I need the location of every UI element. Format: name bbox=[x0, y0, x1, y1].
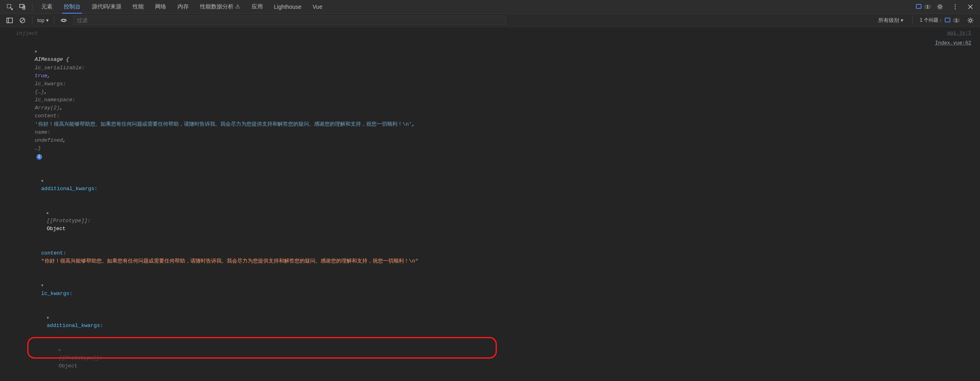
level-selector[interactable]: 所有级别 ▾ bbox=[878, 17, 903, 24]
console-toolbar: top ▾ 所有级别 ▾ 1 个问题： 1 bbox=[0, 14, 980, 27]
tab-vue[interactable]: Vue bbox=[307, 0, 328, 13]
expand-toggle[interactable] bbox=[41, 281, 45, 289]
tabs: 元素 控制台 源代码/来源 性能 网络 内存 性能数据分析 ⚠ 应用 Light… bbox=[36, 0, 916, 13]
live-expression-icon[interactable] bbox=[59, 16, 69, 25]
log-row-aimessage-1: Index.vue:62 AIMessage { lc_serializable… bbox=[5, 39, 975, 381]
tab-elements[interactable]: 元素 bbox=[36, 0, 58, 13]
devtools-tabbar: 元素 控制台 源代码/来源 性能 网络 内存 性能数据分析 ⚠ 应用 Light… bbox=[0, 0, 980, 14]
expand-toggle[interactable] bbox=[41, 177, 45, 185]
issues-indicator[interactable]: 1 bbox=[916, 4, 931, 10]
info-icon[interactable]: i bbox=[36, 154, 42, 160]
problems-count: 1 bbox=[953, 18, 960, 23]
svg-point-6 bbox=[955, 6, 956, 7]
expand-toggle[interactable] bbox=[35, 48, 39, 56]
expand-toggle[interactable] bbox=[47, 209, 51, 217]
chevron-down-icon: ▾ bbox=[901, 17, 903, 23]
expand-toggle[interactable] bbox=[47, 314, 51, 322]
svg-point-7 bbox=[955, 8, 956, 9]
content-value: "你好！很高兴能够帮助您。如果您有任何问题或需要任何帮助，请随时告诉我。我会尽力… bbox=[41, 258, 418, 264]
prev-log-text: injject bbox=[16, 30, 38, 36]
tab-sources[interactable]: 源代码/来源 bbox=[86, 0, 127, 13]
tab-application[interactable]: 应用 bbox=[246, 0, 268, 13]
console-sidebar-toggle-icon[interactable] bbox=[5, 16, 14, 25]
source-link-api[interactable]: api.js:1 bbox=[947, 30, 971, 37]
filter-input[interactable] bbox=[73, 16, 506, 25]
expand-toggle[interactable] bbox=[58, 346, 63, 354]
object-class: AIMessage { bbox=[35, 56, 69, 62]
key-lc-kwargs: lc_kwargs: bbox=[41, 291, 73, 297]
inspect-icon[interactable] bbox=[5, 2, 14, 12]
tab-perf-insights[interactable]: 性能数据分析 ⚠ bbox=[194, 0, 246, 13]
svg-point-5 bbox=[955, 4, 956, 5]
divider bbox=[32, 3, 32, 11]
divider bbox=[32, 16, 32, 24]
more-icon[interactable] bbox=[950, 2, 960, 12]
problems-indicator[interactable]: 1 个问题： 1 bbox=[920, 17, 960, 24]
tab-lighthouse[interactable]: Lighthouse bbox=[268, 0, 307, 13]
tab-performance[interactable]: 性能 bbox=[127, 0, 149, 13]
console-output: injject api.js:1 Index.vue:62 AIMessage … bbox=[0, 27, 980, 381]
svg-point-12 bbox=[969, 19, 972, 22]
key-additional-kwargs: additional_kwargs: bbox=[41, 186, 97, 192]
tab-network[interactable]: 网络 bbox=[149, 0, 172, 13]
chevron-down-icon: ▾ bbox=[46, 17, 49, 23]
close-icon[interactable] bbox=[966, 2, 975, 12]
source-link-index[interactable]: Index.vue:62 bbox=[935, 40, 971, 47]
issues-count: 1 bbox=[924, 4, 931, 9]
divider bbox=[912, 16, 913, 24]
device-toggle-icon[interactable] bbox=[18, 2, 27, 12]
context-selector[interactable]: top ▾ bbox=[37, 17, 49, 23]
svg-point-4 bbox=[939, 6, 941, 8]
settings-icon[interactable] bbox=[935, 2, 945, 12]
svg-rect-8 bbox=[7, 18, 12, 23]
console-settings-icon[interactable] bbox=[966, 16, 975, 25]
svg-rect-3 bbox=[916, 4, 921, 8]
log-row-prev: injject api.js:1 bbox=[5, 29, 975, 39]
svg-point-10 bbox=[63, 19, 65, 22]
divider bbox=[54, 16, 54, 24]
clear-console-icon[interactable] bbox=[18, 16, 27, 25]
tab-memory[interactable]: 内存 bbox=[172, 0, 194, 13]
svg-rect-11 bbox=[945, 18, 950, 22]
tab-console[interactable]: 控制台 bbox=[58, 0, 86, 13]
